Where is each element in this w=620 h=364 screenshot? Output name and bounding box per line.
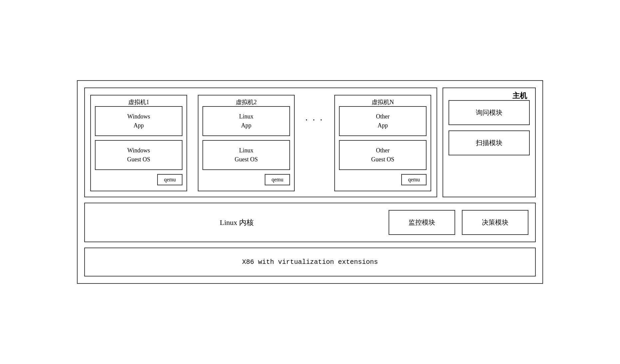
vm2-app-box: LinuxApp: [202, 106, 290, 136]
vmN-title: 虚拟机N: [372, 98, 394, 106]
vmN-container: 虚拟机N OtherApp OtherGuest OS qemu: [334, 95, 431, 191]
vm1-container: 虚拟机1 WindowsApp WindowsGuest OS qemu: [90, 95, 187, 191]
kernel-label: Linux 内核: [92, 218, 382, 228]
upper-layout: 虚拟机1 WindowsApp WindowsGuest OS qemu 虚拟机…: [84, 88, 536, 197]
x86-section: X86 with virtualization extensions: [84, 248, 536, 276]
vmN-app-label: OtherApp: [376, 112, 390, 130]
vm2-container: 虚拟机2 LinuxApp LinuxGuest OS qemu: [198, 95, 295, 191]
vm1-qemu-box: qemu: [157, 174, 182, 185]
vm1-app-box: WindowsApp: [95, 106, 182, 136]
vm1-os-box: WindowsGuest OS: [95, 140, 182, 170]
monitor-module-label: 监控模块: [409, 219, 435, 226]
vm2-qemu-label: qemu: [271, 177, 283, 182]
query-module-label: 询问模块: [476, 109, 502, 116]
monitor-module-box: 监控模块: [389, 210, 455, 235]
vm2-os-box: LinuxGuest OS: [202, 140, 290, 170]
scan-module-box: 扫描模块: [449, 130, 530, 155]
vm1-title: 虚拟机1: [128, 98, 149, 106]
kernel-section: Linux 内核 监控模块 决策模块: [84, 203, 536, 242]
dots-label: · · ·: [305, 115, 324, 125]
query-module-box: 询问模块: [449, 100, 530, 125]
vm2-title: 虚拟机2: [236, 98, 257, 106]
host-title: 主机: [512, 91, 527, 101]
vmN-app-box: OtherApp: [339, 106, 427, 136]
decision-module-box: 决策模块: [462, 210, 528, 235]
vmN-os-box: OtherGuest OS: [339, 140, 427, 170]
vm1-os-label: WindowsGuest OS: [127, 146, 151, 164]
vmN-qemu-box: qemu: [401, 174, 427, 185]
vm2-qemu-box: qemu: [265, 174, 290, 185]
vm2-app-label: LinuxApp: [239, 112, 253, 130]
vm1-qemu-label: qemu: [164, 177, 176, 182]
x86-label: X86 with virtualization extensions: [242, 258, 378, 266]
scan-module-label: 扫描模块: [476, 139, 502, 146]
decision-module-label: 决策模块: [482, 219, 508, 226]
dots-separator: · · ·: [300, 95, 329, 125]
vmN-os-label: OtherGuest OS: [371, 146, 395, 164]
vm1-app-label: WindowsApp: [127, 112, 150, 130]
vms-row: 虚拟机1 WindowsApp WindowsGuest OS qemu 虚拟机…: [84, 88, 437, 197]
host-panel: 主机 询问模块 扫描模块: [443, 88, 536, 197]
main-diagram: 虚拟机1 WindowsApp WindowsGuest OS qemu 虚拟机…: [77, 80, 543, 284]
vmN-qemu-label: qemu: [408, 177, 420, 182]
vm2-os-label: LinuxGuest OS: [235, 146, 258, 164]
